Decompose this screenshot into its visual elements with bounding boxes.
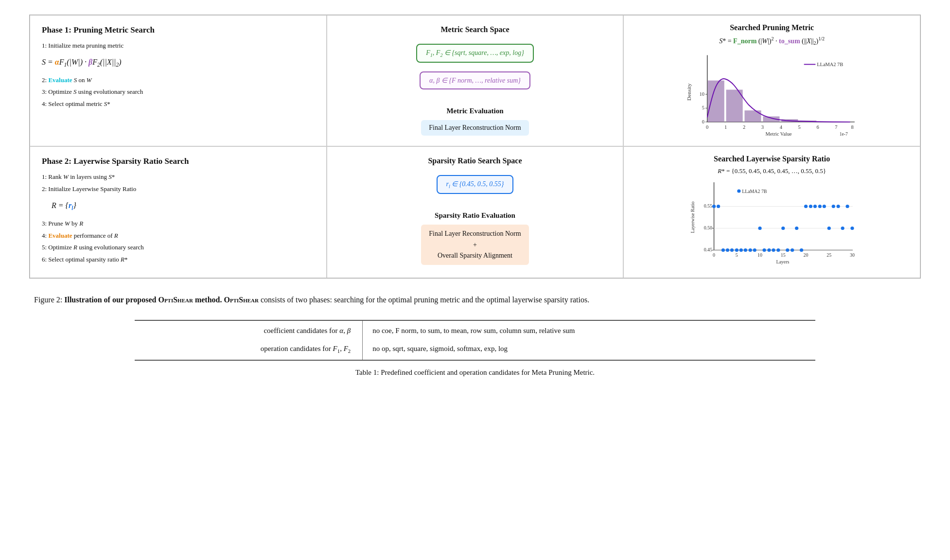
searched-pruning-title: Searched Pruning Metric bbox=[633, 23, 910, 32]
table-cell-value-1: no coe, F norm, to sum, to mean, row sum… bbox=[363, 321, 815, 340]
table-cell-value-2: no op, sqrt, square, sigmoid, softmax, e… bbox=[363, 340, 815, 360]
step2-evaluate: 2: Evaluate S on W bbox=[42, 74, 315, 87]
svg-text:30: 30 bbox=[850, 252, 855, 258]
svg-point-54 bbox=[730, 248, 734, 252]
svg-point-75 bbox=[827, 227, 831, 230]
svg-rect-21 bbox=[726, 90, 743, 122]
eval-plus: + bbox=[429, 240, 521, 250]
layerwise-formula: R* = {0.55, 0.45, 0.45, 0.45, …, 0.55, 0… bbox=[633, 167, 910, 175]
svg-point-51 bbox=[717, 205, 720, 208]
svg-text:Layerwise Ratio: Layerwise Ratio bbox=[690, 202, 695, 233]
sparsity-search-title: Sparsity Ratio Search Space bbox=[428, 157, 522, 165]
p2-step1: 1: Rank W in layers using S* bbox=[42, 171, 315, 183]
purple-coef-box: α, β ∈ {F norm, …, relative sum} bbox=[420, 71, 530, 89]
p2-step2: 2: Initialize Layerwise Sparsity Ratio bbox=[42, 183, 315, 195]
svg-point-72 bbox=[813, 205, 817, 208]
phase1-formula: S = αF1(|W|) · βF2(||X||2) bbox=[42, 55, 315, 70]
sparsity-search-space-cell: Sparsity Ratio Search Space rl ∈ {0.45, … bbox=[327, 146, 624, 278]
final-layer-norm-plus-alignment: Final Layer Reconstruction Norm + Overal… bbox=[421, 225, 528, 265]
sparsity-eval-title: Sparsity Ratio Evaluation bbox=[421, 211, 528, 220]
svg-point-63 bbox=[772, 248, 775, 252]
table-caption: Table 1: Predefined coefficient and oper… bbox=[29, 368, 921, 377]
step3-optimize: 3: Optimize S using evolutionary search bbox=[42, 86, 315, 98]
searched-layerwise-cell: Searched Layerwise Sparsity Ratio R* = {… bbox=[623, 146, 920, 278]
searched-pruning-metric-cell: Searched Pruning Metric S* = F_norm (|W|… bbox=[623, 15, 920, 146]
p2-step4: 4: Evaluate performance of R bbox=[42, 230, 315, 242]
svg-text:1: 1 bbox=[724, 125, 727, 130]
svg-point-68 bbox=[795, 227, 798, 230]
svg-text:0.50: 0.50 bbox=[704, 226, 712, 231]
svg-point-61 bbox=[763, 248, 766, 252]
svg-point-67 bbox=[791, 248, 794, 252]
svg-point-70 bbox=[804, 205, 808, 208]
svg-point-64 bbox=[777, 248, 780, 252]
svg-text:20: 20 bbox=[804, 252, 809, 258]
svg-point-79 bbox=[846, 205, 849, 208]
svg-text:LLaMA2 7B: LLaMA2 7B bbox=[742, 189, 767, 194]
svg-text:5: 5 bbox=[736, 252, 738, 258]
p2-step6: 6: Select optimal sparsity ratio R* bbox=[42, 254, 315, 266]
svg-point-76 bbox=[832, 205, 835, 208]
phase2-formula: R = {rl} bbox=[52, 198, 315, 214]
metric-eval-section: Metric Evaluation Final Layer Reconstruc… bbox=[421, 107, 528, 136]
searched-metric-formula: S* = F_norm (|W|)2 · to_sum (||X||2)1/2 bbox=[633, 36, 910, 46]
svg-point-78 bbox=[841, 227, 844, 230]
svg-text:Metric Value: Metric Value bbox=[766, 132, 792, 137]
green-function-box: F1, F2 ∈ {sqrt, square, …, exp, log} bbox=[416, 44, 534, 63]
eval-line2: Overall Sparsity Alignment bbox=[429, 250, 521, 261]
svg-text:15: 15 bbox=[781, 252, 786, 258]
svg-text:0: 0 bbox=[706, 125, 708, 130]
svg-rect-22 bbox=[745, 111, 761, 122]
svg-point-80 bbox=[851, 227, 854, 230]
svg-text:1e-7: 1e-7 bbox=[840, 132, 848, 137]
svg-point-48 bbox=[738, 190, 741, 193]
table-cell-label-2: operation candidates for F1, F2 bbox=[135, 340, 363, 360]
blue-rl-box: rl ∈ {0.45, 0.5, 0.55} bbox=[437, 175, 514, 194]
svg-point-59 bbox=[753, 248, 756, 252]
layerwise-chart-svg: Layerwise Ratio 0.45 0.50 0.55 0 5 10 15… bbox=[633, 178, 910, 265]
table-row: coefficient candidates for α, β no coe, … bbox=[135, 321, 815, 340]
svg-point-55 bbox=[735, 248, 739, 252]
svg-point-53 bbox=[726, 248, 729, 252]
svg-text:7: 7 bbox=[835, 125, 838, 130]
svg-point-77 bbox=[837, 205, 840, 208]
metric-eval-title: Metric Evaluation bbox=[421, 107, 528, 115]
svg-point-69 bbox=[800, 248, 803, 252]
svg-text:2: 2 bbox=[743, 125, 745, 130]
phase2-content: 1: Rank W in layers using S* 2: Initiali… bbox=[42, 171, 315, 265]
svg-text:5: 5 bbox=[702, 105, 704, 111]
svg-text:25: 25 bbox=[827, 252, 832, 258]
svg-point-60 bbox=[758, 227, 762, 230]
figure-bold-text: Illustration of our proposed OptiShear m… bbox=[64, 296, 222, 304]
pruning-chart-svg: Density 0 5 10 0 1 2 3 4 5 6 7 8 1e-7 bbox=[633, 51, 910, 138]
svg-text:8: 8 bbox=[851, 125, 854, 130]
metric-search-space-cell: Metric Search Space F1, F2 ∈ {sqrt, squa… bbox=[327, 15, 624, 146]
svg-text:0: 0 bbox=[713, 252, 715, 258]
figure-number: Figure 2: bbox=[34, 296, 64, 304]
svg-point-65 bbox=[781, 227, 785, 230]
figure-rest-text: OptiShear consists of two phases: search… bbox=[224, 296, 589, 304]
p2-step3: 3: Prune W by R bbox=[42, 218, 315, 230]
svg-text:4: 4 bbox=[780, 125, 783, 130]
svg-point-56 bbox=[739, 248, 743, 252]
svg-point-57 bbox=[744, 248, 747, 252]
coefficient-table: coefficient candidates for α, β no coe, … bbox=[135, 321, 815, 360]
phase2-title: Phase 2: Layerwise Sparsity Ratio Search bbox=[42, 157, 315, 166]
phase1-cell: Phase 1: Pruning Metric Search 1: Initia… bbox=[30, 15, 327, 146]
svg-text:5: 5 bbox=[798, 125, 801, 130]
final-layer-norm-box-blue: Final Layer Reconstruction Norm bbox=[421, 120, 528, 136]
svg-point-50 bbox=[712, 205, 716, 208]
main-diagram: Phase 1: Pruning Metric Search 1: Initia… bbox=[29, 15, 921, 279]
step4-select: 4: Select optimal metric S* bbox=[42, 98, 315, 110]
p2-step5: 5: Optimize R using evolutionary search bbox=[42, 242, 315, 254]
table-cell-label-1: coefficient candidates for α, β bbox=[135, 321, 363, 340]
sparsity-eval-section: Sparsity Ratio Evaluation Final Layer Re… bbox=[421, 211, 528, 265]
layerwise-title: Searched Layerwise Sparsity Ratio bbox=[633, 155, 910, 163]
layerwise-chart: Layerwise Ratio 0.45 0.50 0.55 0 5 10 15… bbox=[633, 178, 910, 265]
svg-text:0.45: 0.45 bbox=[704, 247, 712, 253]
eval-line1: Final Layer Reconstruction Norm bbox=[429, 228, 521, 239]
pruning-metric-chart: Density 0 5 10 0 1 2 3 4 5 6 7 8 1e-7 bbox=[633, 51, 910, 138]
table-row: operation candidates for F1, F2 no op, s… bbox=[135, 340, 815, 360]
svg-text:0: 0 bbox=[702, 119, 704, 124]
svg-point-66 bbox=[786, 248, 789, 252]
